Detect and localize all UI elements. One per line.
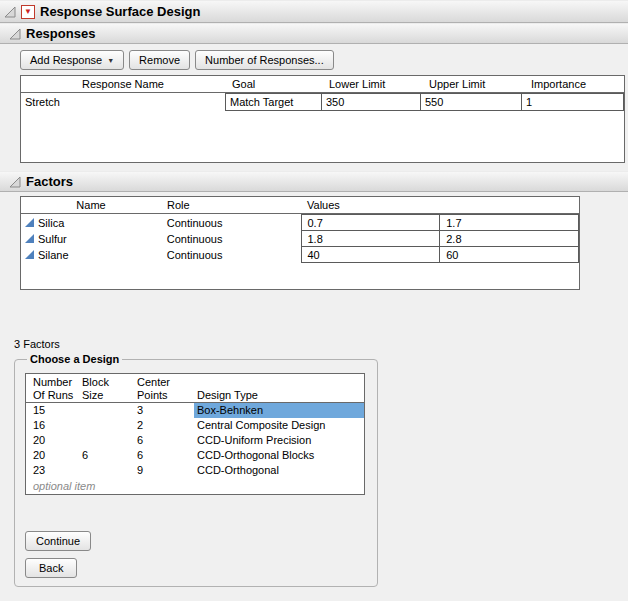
column-header-role: Role [161, 199, 301, 211]
factors-header-bar: Factors [0, 171, 628, 192]
column-header-values: Values [301, 199, 441, 211]
factors-section-title: Factors [26, 174, 73, 189]
factors-table: Name Role Values Silica Continuous 0.7 1… [20, 196, 580, 290]
design-row-ccd-orthogonal-blocks[interactable]: 20 6 6 CCD-Orthogonal Blocks [26, 448, 364, 463]
factor-high-value-cell[interactable]: 60 [439, 246, 579, 263]
continuous-factor-icon [25, 250, 34, 259]
factor-name-cell[interactable]: Silane [21, 246, 161, 263]
add-response-button[interactable]: Add Response ▼ [20, 50, 124, 70]
factor-row: Sulfur Continuous 1.8 2.8 [21, 230, 579, 247]
design-row-ccd-uniform-precision[interactable]: 20 6 CCD-Uniform Precision [26, 433, 364, 448]
factor-role-cell[interactable]: Continuous [161, 214, 301, 231]
choose-a-design-groupbox: Choose a Design NumberOf Runs BlockSize … [14, 353, 378, 587]
design-buttons: Continue Back [25, 531, 367, 578]
selected-design-type[interactable]: Box-Behnken [194, 403, 364, 418]
goal-cell[interactable]: Match Target [225, 93, 322, 111]
factor-role-cell[interactable]: Continuous [161, 246, 301, 263]
column-header-name: Name [21, 199, 161, 211]
factor-low-value-cell[interactable]: 40 [301, 246, 441, 263]
responses-header-bar: Responses [0, 23, 628, 44]
continuous-factor-icon [25, 218, 34, 227]
factor-low-value-cell[interactable]: 0.7 [301, 214, 441, 231]
factor-row: Silane Continuous 40 60 [21, 246, 579, 263]
factor-name-cell[interactable]: Silica [21, 214, 161, 231]
column-header-response-name: Response Name [21, 78, 225, 90]
factor-name: Sulfur [38, 233, 67, 245]
response-name-cell[interactable]: Stretch [21, 93, 225, 111]
page-title: Response Surface Design [40, 4, 200, 19]
factor-high-value-cell[interactable]: 2.8 [439, 230, 579, 247]
design-row-ccd-orthogonal[interactable]: 23 9 CCD-Orthogonal [26, 463, 364, 478]
optional-item-row: optional item [26, 478, 364, 494]
disclosure-triangle-icon[interactable] [9, 28, 21, 40]
dropdown-arrow-icon: ▼ [107, 57, 114, 64]
disclosure-triangle-icon[interactable] [4, 6, 16, 18]
factor-name: Silane [38, 249, 69, 261]
number-of-responses-button[interactable]: Number of Responses... [195, 50, 334, 70]
factors-table-header: Name Role Values [21, 197, 579, 214]
column-header-importance: Importance [524, 78, 624, 90]
responses-table-header: Response Name Goal Lower Limit Upper Lim… [21, 76, 624, 93]
design-list: NumberOf Runs BlockSize CenterPoints Des… [25, 373, 365, 495]
window-title-bar: ▼ Response Surface Design [0, 0, 628, 23]
factor-high-value-cell[interactable]: 1.7 [439, 214, 579, 231]
remove-button[interactable]: Remove [129, 50, 190, 70]
add-response-label: Add Response [30, 54, 102, 66]
upper-limit-cell[interactable]: 550 [420, 93, 522, 111]
responses-section-title: Responses [26, 26, 95, 41]
response-row: Stretch Match Target 350 550 1 [21, 93, 624, 111]
column-header-center-points: CenterPoints [134, 376, 194, 402]
responses-toolbar: Add Response ▼ Remove Number of Response… [20, 50, 628, 70]
design-list-header: NumberOf Runs BlockSize CenterPoints Des… [26, 374, 364, 403]
factor-role-cell[interactable]: Continuous [161, 230, 301, 247]
column-header-design-type: Design Type [194, 376, 364, 402]
design-row-central-composite[interactable]: 16 2 Central Composite Design [26, 418, 364, 433]
factor-low-value-cell[interactable]: 1.8 [301, 230, 441, 247]
factor-name: Silica [38, 217, 64, 229]
factor-row: Silica Continuous 0.7 1.7 [21, 214, 579, 231]
factors-count-label: 3 Factors [14, 338, 628, 350]
column-header-block-size: BlockSize [79, 376, 134, 402]
choose-a-design-title: Choose a Design [27, 353, 122, 365]
importance-cell[interactable]: 1 [521, 93, 624, 111]
red-triangle-menu-icon[interactable]: ▼ [21, 5, 35, 19]
factor-name-cell[interactable]: Sulfur [21, 230, 161, 247]
continuous-factor-icon [25, 234, 34, 243]
responses-table: Response Name Goal Lower Limit Upper Lim… [20, 75, 625, 163]
back-button[interactable]: Back [25, 558, 77, 578]
design-chooser-area: 3 Factors Choose a Design NumberOf Runs … [14, 338, 628, 587]
column-header-upper-limit: Upper Limit [422, 78, 524, 90]
column-header-goal: Goal [225, 78, 322, 90]
continue-button[interactable]: Continue [25, 531, 91, 551]
column-header-number-of-runs: NumberOf Runs [26, 376, 79, 402]
disclosure-triangle-icon[interactable] [9, 176, 21, 188]
column-header-lower-limit: Lower Limit [322, 78, 422, 90]
design-row-box-behnken[interactable]: 15 3 Box-Behnken [26, 403, 364, 418]
lower-limit-cell[interactable]: 350 [321, 93, 421, 111]
